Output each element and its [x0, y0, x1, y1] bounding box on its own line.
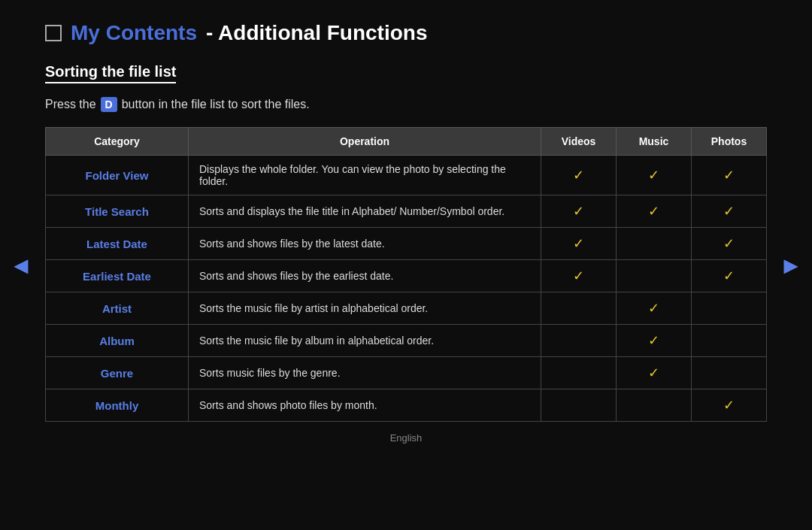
- photos-check-6: [692, 357, 767, 389]
- operation-cell-7: Sorts and shows photo files by month.: [189, 389, 541, 422]
- description-after: button in the file list to sort the file…: [122, 98, 310, 111]
- music-check-2: [617, 228, 692, 260]
- table-row: Latest DateSorts and shows files by the …: [46, 228, 767, 260]
- category-cell-5: Album: [46, 325, 189, 357]
- description-before: Press the: [45, 98, 96, 111]
- videos-check-6: [541, 357, 617, 389]
- music-check-1: ✓: [617, 195, 692, 228]
- videos-check-0: ✓: [541, 156, 617, 195]
- left-nav-arrow[interactable]: ◄: [9, 251, 33, 279]
- header-photos: Photos: [692, 128, 767, 156]
- footer-language: English: [45, 432, 767, 444]
- description: Press the D button in the file list to s…: [45, 97, 767, 112]
- section-title: Sorting the file list: [45, 63, 176, 83]
- photos-check-3: ✓: [692, 260, 767, 292]
- music-check-0: ✓: [617, 156, 692, 195]
- header-music: Music: [617, 128, 692, 156]
- header-category: Category: [46, 128, 189, 156]
- music-check-6: ✓: [617, 357, 692, 389]
- photos-check-5: [692, 325, 767, 357]
- sorting-table: Category Operation Videos Music Photos F…: [45, 127, 767, 422]
- music-check-7: [617, 389, 692, 422]
- photos-check-2: ✓: [692, 228, 767, 260]
- operation-cell-0: Displays the whole folder. You can view …: [189, 156, 541, 195]
- table-row: Title SearchSorts and displays the file …: [46, 195, 767, 228]
- operation-cell-6: Sorts music files by the genre.: [189, 357, 541, 389]
- videos-check-5: [541, 325, 617, 357]
- videos-check-7: [541, 389, 617, 422]
- header-videos: Videos: [541, 128, 617, 156]
- photos-check-4: [692, 292, 767, 325]
- category-cell-3: Earliest Date: [46, 260, 189, 292]
- category-cell-4: Artist: [46, 292, 189, 325]
- table-row: AlbumSorts the music file by album in al…: [46, 325, 767, 357]
- category-cell-6: Genre: [46, 357, 189, 389]
- category-cell-7: Monthly: [46, 389, 189, 422]
- checkbox-icon: [45, 25, 62, 41]
- operation-cell-3: Sorts and shows files by the earliest da…: [189, 260, 541, 292]
- title-my-contents: My Contents: [71, 21, 197, 45]
- right-nav-arrow[interactable]: ►: [779, 251, 803, 279]
- page-title: My Contents - Additional Functions: [45, 21, 767, 45]
- operation-cell-4: Sorts the music file by artist in alphab…: [189, 292, 541, 325]
- category-cell-0: Folder View: [46, 156, 189, 195]
- music-check-3: [617, 260, 692, 292]
- videos-check-4: [541, 292, 617, 325]
- operation-cell-2: Sorts and shows files by the latest date…: [189, 228, 541, 260]
- table-row: Folder ViewDisplays the whole folder. Yo…: [46, 156, 767, 195]
- videos-check-2: ✓: [541, 228, 617, 260]
- category-cell-2: Latest Date: [46, 228, 189, 260]
- operation-cell-5: Sorts the music file by album in alphabe…: [189, 325, 541, 357]
- table-row: Earliest DateSorts and shows files by th…: [46, 260, 767, 292]
- table-header-row: Category Operation Videos Music Photos: [46, 128, 767, 156]
- videos-check-1: ✓: [541, 195, 617, 228]
- music-check-5: ✓: [617, 325, 692, 357]
- table-row: ArtistSorts the music file by artist in …: [46, 292, 767, 325]
- photos-check-7: ✓: [692, 389, 767, 422]
- photos-check-0: ✓: [692, 156, 767, 195]
- d-button-indicator: D: [101, 97, 117, 112]
- music-check-4: ✓: [617, 292, 692, 325]
- videos-check-3: ✓: [541, 260, 617, 292]
- photos-check-1: ✓: [692, 195, 767, 228]
- table-row: MonthlySorts and shows photo files by mo…: [46, 389, 767, 422]
- header-operation: Operation: [189, 128, 541, 156]
- table-row: GenreSorts music files by the genre.✓: [46, 357, 767, 389]
- title-additional-functions: - Additional Functions: [206, 21, 427, 45]
- operation-cell-1: Sorts and displays the file title in Alp…: [189, 195, 541, 228]
- category-cell-1: Title Search: [46, 195, 189, 228]
- main-content: My Contents - Additional Functions Sorti…: [0, 0, 812, 459]
